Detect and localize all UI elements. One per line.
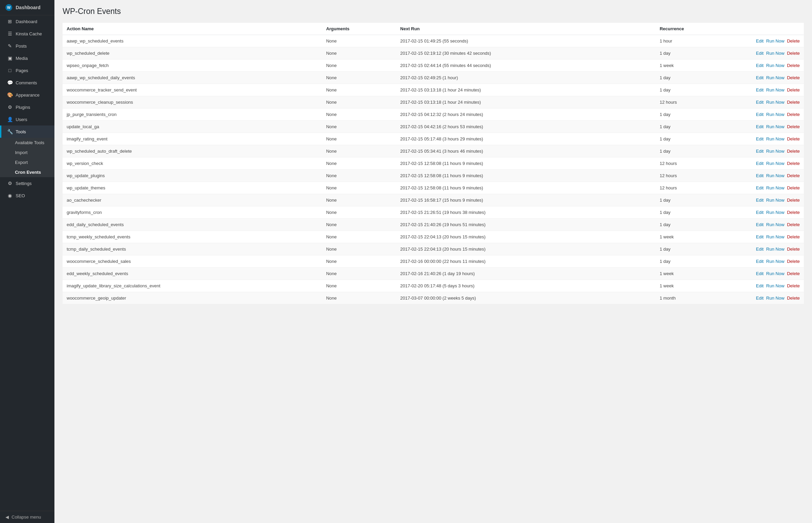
delete-link[interactable]: Delete bbox=[787, 38, 800, 44]
sidebar-item-appearance[interactable]: 🎨 Appearance bbox=[0, 89, 54, 101]
delete-link[interactable]: Delete bbox=[787, 173, 800, 178]
edit-link[interactable]: Edit bbox=[756, 51, 763, 56]
sidebar-item-kinsta-cache[interactable]: ☰ Kinsta Cache bbox=[0, 28, 54, 40]
delete-link[interactable]: Delete bbox=[787, 75, 800, 80]
sidebar-item-label: Kinsta Cache bbox=[16, 31, 42, 36]
cell-next-run: 2017-02-15 12:58:08 (11 hours 9 minutes) bbox=[396, 157, 656, 170]
delete-link[interactable]: Delete bbox=[787, 259, 800, 264]
cell-recurrence: 1 day bbox=[656, 84, 744, 96]
cell-recurrence: 12 hours bbox=[656, 96, 744, 108]
run-now-link[interactable]: Run Now bbox=[766, 112, 784, 117]
run-now-link[interactable]: Run Now bbox=[766, 100, 784, 105]
delete-link[interactable]: Delete bbox=[787, 185, 800, 190]
edit-link[interactable]: Edit bbox=[756, 198, 763, 203]
delete-link[interactable]: Delete bbox=[787, 149, 800, 154]
delete-link[interactable]: Delete bbox=[787, 296, 800, 301]
delete-link[interactable]: Delete bbox=[787, 87, 800, 92]
delete-link[interactable]: Delete bbox=[787, 198, 800, 203]
run-now-link[interactable]: Run Now bbox=[766, 185, 784, 190]
edit-link[interactable]: Edit bbox=[756, 283, 763, 288]
edit-link[interactable]: Edit bbox=[756, 173, 763, 178]
run-now-link[interactable]: Run Now bbox=[766, 75, 784, 80]
edit-link[interactable]: Edit bbox=[756, 63, 763, 68]
run-now-link[interactable]: Run Now bbox=[766, 283, 784, 288]
run-now-link[interactable]: Run Now bbox=[766, 38, 784, 44]
edit-link[interactable]: Edit bbox=[756, 259, 763, 264]
edit-link[interactable]: Edit bbox=[756, 271, 763, 276]
edit-link[interactable]: Edit bbox=[756, 75, 763, 80]
submenu-cron-events[interactable]: Cron Events bbox=[0, 167, 54, 177]
edit-link[interactable]: Edit bbox=[756, 87, 763, 92]
edit-link[interactable]: Edit bbox=[756, 124, 763, 129]
edit-link[interactable]: Edit bbox=[756, 247, 763, 252]
run-now-link[interactable]: Run Now bbox=[766, 63, 784, 68]
sidebar-item-settings[interactable]: ⚙ Settings bbox=[0, 177, 54, 189]
sidebar-item-users[interactable]: 👤 Users bbox=[0, 113, 54, 125]
cell-arguments: None bbox=[322, 231, 396, 243]
cell-recurrence: 1 day bbox=[656, 121, 744, 133]
sidebar-item-tools[interactable]: 🔧 Tools bbox=[0, 125, 54, 138]
run-now-link[interactable]: Run Now bbox=[766, 136, 784, 141]
run-now-link[interactable]: Run Now bbox=[766, 124, 784, 129]
submenu-available-tools[interactable]: Available Tools bbox=[0, 138, 54, 148]
sidebar-item-comments[interactable]: 💬 Comments bbox=[0, 77, 54, 89]
edit-link[interactable]: Edit bbox=[756, 222, 763, 227]
sidebar-logo[interactable]: W Dashboard bbox=[0, 0, 54, 15]
run-now-link[interactable]: Run Now bbox=[766, 87, 784, 92]
delete-link[interactable]: Delete bbox=[787, 100, 800, 105]
cell-action-name: update_local_ga bbox=[63, 121, 322, 133]
sidebar-item-pages[interactable]: □ Pages bbox=[0, 64, 54, 77]
submenu-export[interactable]: Export bbox=[0, 157, 54, 167]
delete-link[interactable]: Delete bbox=[787, 124, 800, 129]
edit-link[interactable]: Edit bbox=[756, 161, 763, 166]
delete-link[interactable]: Delete bbox=[787, 136, 800, 141]
run-now-link[interactable]: Run Now bbox=[766, 210, 784, 215]
edit-link[interactable]: Edit bbox=[756, 296, 763, 301]
delete-link[interactable]: Delete bbox=[787, 222, 800, 227]
delete-link[interactable]: Delete bbox=[787, 210, 800, 215]
run-now-link[interactable]: Run Now bbox=[766, 149, 784, 154]
run-now-link[interactable]: Run Now bbox=[766, 222, 784, 227]
delete-link[interactable]: Delete bbox=[787, 283, 800, 288]
run-now-link[interactable]: Run Now bbox=[766, 51, 784, 56]
cell-arguments: None bbox=[322, 96, 396, 108]
cell-next-run: 2017-02-15 02:19:12 (30 minutes 42 secon… bbox=[396, 47, 656, 60]
edit-link[interactable]: Edit bbox=[756, 100, 763, 105]
cell-action-name: edd_weekly_scheduled_events bbox=[63, 268, 322, 280]
cell-action-name: gravityforms_cron bbox=[63, 206, 322, 219]
run-now-link[interactable]: Run Now bbox=[766, 247, 784, 252]
delete-link[interactable]: Delete bbox=[787, 271, 800, 276]
run-now-link[interactable]: Run Now bbox=[766, 161, 784, 166]
sidebar-item-posts[interactable]: ✎ Posts bbox=[0, 40, 54, 52]
cell-row-actions: Edit Run Now Delete bbox=[745, 280, 804, 292]
cell-next-run: 2017-02-15 12:58:08 (11 hours 9 minutes) bbox=[396, 170, 656, 182]
edit-link[interactable]: Edit bbox=[756, 210, 763, 215]
cell-action-name: wp_update_themes bbox=[63, 182, 322, 194]
edit-link[interactable]: Edit bbox=[756, 185, 763, 190]
plugins-icon: ⚙ bbox=[7, 104, 13, 110]
sidebar-item-dashboard[interactable]: ⊞ Dashboard bbox=[0, 15, 54, 28]
sidebar-item-seo[interactable]: ◉ SEO bbox=[0, 189, 54, 202]
edit-link[interactable]: Edit bbox=[756, 234, 763, 239]
run-now-link[interactable]: Run Now bbox=[766, 259, 784, 264]
sidebar-item-media[interactable]: ▣ Media bbox=[0, 52, 54, 64]
run-now-link[interactable]: Run Now bbox=[766, 198, 784, 203]
edit-link[interactable]: Edit bbox=[756, 136, 763, 141]
delete-link[interactable]: Delete bbox=[787, 63, 800, 68]
edit-link[interactable]: Edit bbox=[756, 38, 763, 44]
submenu-import[interactable]: Import bbox=[0, 148, 54, 157]
cell-row-actions: Edit Run Now Delete bbox=[745, 145, 804, 157]
delete-link[interactable]: Delete bbox=[787, 161, 800, 166]
run-now-link[interactable]: Run Now bbox=[766, 173, 784, 178]
collapse-menu-button[interactable]: ◀ Collapse menu bbox=[0, 511, 54, 523]
edit-link[interactable]: Edit bbox=[756, 112, 763, 117]
sidebar-item-plugins[interactable]: ⚙ Plugins bbox=[0, 101, 54, 113]
delete-link[interactable]: Delete bbox=[787, 112, 800, 117]
run-now-link[interactable]: Run Now bbox=[766, 271, 784, 276]
run-now-link[interactable]: Run Now bbox=[766, 234, 784, 239]
delete-link[interactable]: Delete bbox=[787, 234, 800, 239]
delete-link[interactable]: Delete bbox=[787, 51, 800, 56]
delete-link[interactable]: Delete bbox=[787, 247, 800, 252]
edit-link[interactable]: Edit bbox=[756, 149, 763, 154]
run-now-link[interactable]: Run Now bbox=[766, 296, 784, 301]
